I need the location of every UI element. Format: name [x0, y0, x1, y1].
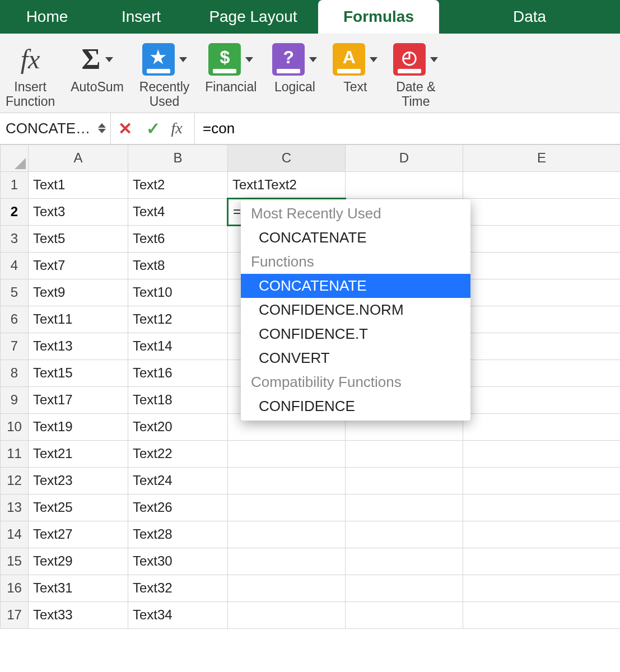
- cell-B8[interactable]: Text16: [128, 360, 228, 386]
- cell-E9[interactable]: [463, 386, 621, 413]
- cell-E5[interactable]: [463, 279, 621, 306]
- cell-A4[interactable]: Text7: [29, 252, 128, 279]
- cell-A15[interactable]: Text29: [29, 548, 128, 575]
- cell-A9[interactable]: Text17: [29, 386, 128, 413]
- col-header-C[interactable]: C: [228, 144, 346, 171]
- cell-D17[interactable]: [346, 601, 463, 628]
- cell-B15[interactable]: Text30: [128, 548, 228, 575]
- cell-C17[interactable]: [228, 601, 346, 628]
- autocomplete-item[interactable]: CONFIDENCE.NORM: [241, 298, 470, 322]
- autocomplete-item[interactable]: CONFIDENCE.T: [241, 322, 470, 346]
- col-header-B[interactable]: B: [128, 144, 228, 171]
- row-header-8[interactable]: 8: [1, 360, 29, 386]
- cell-A8[interactable]: Text15: [29, 360, 128, 386]
- cell-E14[interactable]: [463, 521, 621, 548]
- tab-page-layout[interactable]: Page Layout: [188, 0, 318, 34]
- name-box[interactable]: CONCATE…: [0, 113, 111, 144]
- cell-A17[interactable]: Text33: [29, 601, 128, 628]
- col-header-A[interactable]: A: [29, 144, 128, 171]
- cell-B1[interactable]: Text2: [128, 171, 228, 198]
- row-header-14[interactable]: 14: [1, 521, 29, 548]
- row-header-10[interactable]: 10: [1, 413, 29, 440]
- tab-home[interactable]: Home: [0, 0, 94, 34]
- cell-A2[interactable]: Text3: [29, 198, 128, 225]
- cell-A12[interactable]: Text23: [29, 467, 128, 494]
- function-autocomplete-popup[interactable]: Most Recently UsedCONCATENATEFunctionsCO…: [241, 199, 470, 421]
- autocomplete-item[interactable]: CONFIDENCE: [241, 394, 470, 418]
- cell-A11[interactable]: Text21: [29, 440, 128, 467]
- fx-icon[interactable]: fx: [167, 113, 195, 144]
- row-header-11[interactable]: 11: [1, 440, 29, 467]
- row-header-2[interactable]: 2: [1, 198, 29, 225]
- cell-A14[interactable]: Text27: [29, 521, 128, 548]
- cell-E13[interactable]: [463, 494, 621, 521]
- cell-B16[interactable]: Text32: [128, 575, 228, 601]
- cell-A10[interactable]: Text19: [29, 413, 128, 440]
- autosum-button[interactable]: Σ AutoSum: [71, 39, 124, 109]
- cell-E3[interactable]: [463, 225, 621, 252]
- col-header-E[interactable]: E: [463, 144, 621, 171]
- cell-C15[interactable]: [228, 548, 346, 575]
- cell-E15[interactable]: [463, 548, 621, 575]
- cell-D14[interactable]: [346, 521, 463, 548]
- text-button[interactable]: A Text: [333, 39, 377, 109]
- stepper-icon[interactable]: [98, 123, 106, 133]
- date-time-button[interactable]: ◴ Date & Time: [393, 39, 438, 109]
- cell-E10[interactable]: [463, 413, 621, 440]
- autocomplete-item[interactable]: CONVERT: [241, 346, 470, 370]
- row-header-7[interactable]: 7: [1, 333, 29, 360]
- cell-E16[interactable]: [463, 575, 621, 601]
- cell-B14[interactable]: Text28: [128, 521, 228, 548]
- cell-C1[interactable]: Text1Text2: [228, 171, 346, 198]
- cell-C13[interactable]: [228, 494, 346, 521]
- row-header-3[interactable]: 3: [1, 225, 29, 252]
- insert-function-button[interactable]: fx Insert Function: [6, 39, 55, 109]
- cell-B4[interactable]: Text8: [128, 252, 228, 279]
- cell-E17[interactable]: [463, 601, 621, 628]
- accept-button[interactable]: ✓: [139, 113, 167, 144]
- row-header-13[interactable]: 13: [1, 494, 29, 521]
- row-header-5[interactable]: 5: [1, 279, 29, 306]
- cell-A16[interactable]: Text31: [29, 575, 128, 601]
- cell-A6[interactable]: Text11: [29, 306, 128, 333]
- cell-A3[interactable]: Text5: [29, 225, 128, 252]
- cell-B6[interactable]: Text12: [128, 306, 228, 333]
- cell-E12[interactable]: [463, 467, 621, 494]
- row-header-15[interactable]: 15: [1, 548, 29, 575]
- formula-input[interactable]: [195, 120, 620, 137]
- cell-B9[interactable]: Text18: [128, 386, 228, 413]
- cell-C12[interactable]: [228, 467, 346, 494]
- cell-E7[interactable]: [463, 333, 621, 360]
- cell-E6[interactable]: [463, 306, 621, 333]
- row-header-12[interactable]: 12: [1, 467, 29, 494]
- row-header-1[interactable]: 1: [1, 171, 29, 198]
- cell-B11[interactable]: Text22: [128, 440, 228, 467]
- cell-B13[interactable]: Text26: [128, 494, 228, 521]
- cell-A5[interactable]: Text9: [29, 279, 128, 306]
- cell-D15[interactable]: [346, 548, 463, 575]
- autocomplete-item[interactable]: CONCATENATE: [241, 274, 470, 298]
- cell-A7[interactable]: Text13: [29, 333, 128, 360]
- cell-E4[interactable]: [463, 252, 621, 279]
- cell-B12[interactable]: Text24: [128, 467, 228, 494]
- cell-C11[interactable]: [228, 440, 346, 467]
- cell-B10[interactable]: Text20: [128, 413, 228, 440]
- cell-D11[interactable]: [346, 440, 463, 467]
- tab-data[interactable]: Data: [439, 0, 620, 34]
- cell-E11[interactable]: [463, 440, 621, 467]
- recently-used-button[interactable]: ★ Recently Used: [139, 39, 189, 109]
- cell-A1[interactable]: Text1: [29, 171, 128, 198]
- cancel-button[interactable]: ✕: [111, 113, 139, 144]
- cell-B5[interactable]: Text10: [128, 279, 228, 306]
- cell-C14[interactable]: [228, 521, 346, 548]
- cell-D13[interactable]: [346, 494, 463, 521]
- financial-button[interactable]: $ Financial: [205, 39, 257, 109]
- cell-A13[interactable]: Text25: [29, 494, 128, 521]
- cell-B3[interactable]: Text6: [128, 225, 228, 252]
- tab-formulas[interactable]: Formulas: [318, 0, 439, 34]
- autocomplete-item[interactable]: CONCATENATE: [241, 226, 470, 250]
- select-all-corner[interactable]: [1, 144, 29, 171]
- row-header-16[interactable]: 16: [1, 575, 29, 601]
- cell-B7[interactable]: Text14: [128, 333, 228, 360]
- cell-B17[interactable]: Text34: [128, 601, 228, 628]
